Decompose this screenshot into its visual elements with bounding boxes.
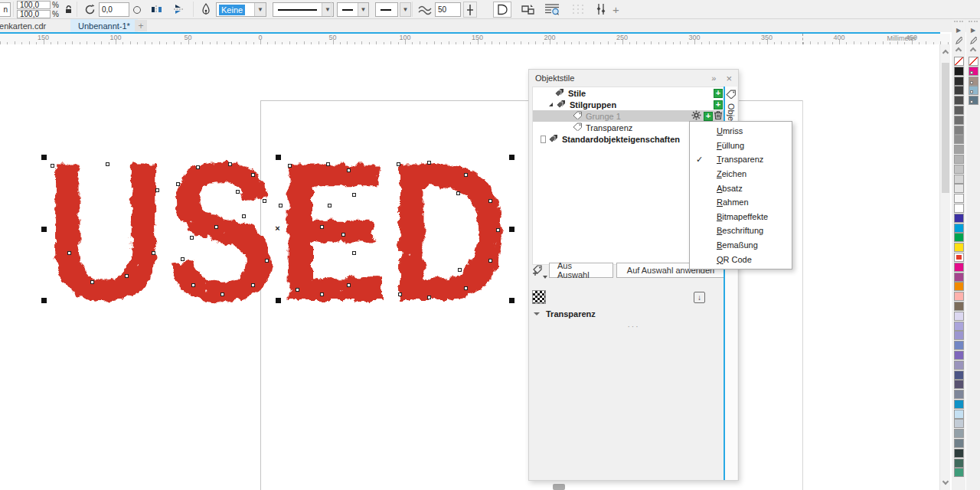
outline-width-combo[interactable]: Keine ▼: [216, 2, 266, 17]
curve-node[interactable]: [341, 233, 345, 237]
curve-node[interactable]: [352, 251, 356, 255]
selection-handle[interactable]: [41, 298, 47, 303]
selection-handle[interactable]: [41, 227, 47, 232]
palette-scroll-up[interactable]: [952, 46, 965, 55]
color-swatch[interactable]: [954, 243, 964, 252]
color-swatch[interactable]: [954, 429, 964, 438]
curve-node[interactable]: [347, 283, 351, 287]
mirror-horizontal-icon[interactable]: [150, 2, 164, 16]
docker-collapse-icon[interactable]: »: [711, 74, 715, 83]
new-style-from-selection-icon[interactable]: [532, 263, 544, 277]
scroll-down-button[interactable]: [943, 479, 948, 484]
color-swatch[interactable]: [954, 224, 964, 233]
color-swatch[interactable]: [954, 410, 964, 419]
swatch-children-indicator[interactable]: [970, 100, 973, 103]
object-properties-icon[interactable]: [591, 2, 611, 16]
color-swatch[interactable]: [954, 322, 964, 331]
aus-auswahl-button[interactable]: Aus Auswahl: [549, 263, 613, 278]
color-swatch[interactable]: [954, 233, 964, 242]
arrow-start-dropdown[interactable]: ▼: [358, 3, 368, 16]
expander-open-icon[interactable]: [547, 103, 554, 106]
curve-node[interactable]: [191, 283, 195, 287]
object-name-field[interactable]: n: [0, 2, 11, 17]
menu-item-bema-ung[interactable]: Bemaßung: [690, 238, 792, 253]
docker-splitter-handle[interactable]: ···: [529, 322, 738, 331]
color-swatch[interactable]: [954, 331, 964, 340]
palette-flyout-icon[interactable]: ▶: [966, 24, 980, 35]
curve-node[interactable]: [263, 199, 266, 203]
envelope-distort-icon[interactable]: [493, 2, 511, 18]
color-swatch[interactable]: [954, 468, 964, 477]
curve-node[interactable]: [152, 251, 155, 255]
curve-node[interactable]: [488, 199, 492, 203]
no-color-swatch[interactable]: [954, 57, 964, 66]
palette-scroll-up[interactable]: [966, 46, 980, 55]
color-swatch[interactable]: [954, 400, 964, 409]
swatch-children-indicator[interactable]: [970, 71, 973, 74]
curve-node[interactable]: [106, 162, 109, 166]
horizontal-ruler[interactable]: Millimeter 15010050050100150200250300350…: [0, 34, 950, 44]
menu-item-beschriftung[interactable]: Beschriftung: [690, 224, 792, 238]
transparency-preview-swatch[interactable]: [532, 290, 546, 304]
color-swatch[interactable]: [969, 67, 978, 76]
color-swatch[interactable]: [954, 106, 964, 115]
menu-item-umriss[interactable]: Umriss: [690, 124, 792, 139]
expander-closed-icon[interactable]: [539, 136, 547, 142]
color-swatch[interactable]: [954, 77, 964, 86]
color-swatch[interactable]: [954, 253, 964, 262]
curve-node[interactable]: [488, 259, 492, 263]
import-style-icon[interactable]: ↓: [694, 292, 705, 303]
curve-node[interactable]: [456, 191, 460, 195]
color-swatch[interactable]: [954, 204, 964, 213]
curve-node[interactable]: [228, 162, 232, 166]
eyedropper-icon[interactable]: [966, 35, 980, 46]
curve-node[interactable]: [320, 292, 324, 296]
mirror-vertical-icon[interactable]: [172, 2, 185, 16]
color-swatch[interactable]: [954, 67, 964, 76]
color-swatch[interactable]: [954, 302, 964, 311]
selection-handle[interactable]: [41, 155, 47, 160]
tab-tenkarten[interactable]: tenkarten.cdr: [0, 19, 54, 32]
color-swatch[interactable]: [954, 175, 964, 184]
curve-node[interactable]: [279, 204, 283, 207]
text-wrap-icon[interactable]: [542, 2, 562, 16]
color-swatch[interactable]: [954, 361, 964, 370]
curve-node[interactable]: [288, 164, 292, 168]
curve-node[interactable]: [236, 190, 240, 194]
eyedropper-icon[interactable]: [952, 35, 965, 46]
curve-node[interactable]: [458, 268, 462, 272]
menu-item-bitmapeffekte[interactable]: Bitmapeffekte: [690, 210, 792, 224]
line-style-combo[interactable]: ▼: [273, 2, 334, 17]
color-swatch[interactable]: [954, 263, 964, 272]
gear-icon[interactable]: [691, 110, 701, 122]
color-swatch[interactable]: [954, 390, 964, 399]
color-swatch[interactable]: [954, 380, 964, 389]
curve-node[interactable]: [296, 288, 299, 292]
color-swatch[interactable]: [954, 312, 964, 321]
curve-node[interactable]: [347, 168, 351, 172]
color-swatch[interactable]: [954, 419, 964, 428]
curve-node[interactable]: [242, 214, 246, 218]
curve-node[interactable]: [251, 173, 255, 177]
section-collapse-icon[interactable]: [534, 312, 540, 315]
menu-item-transparenz[interactable]: ✓Transparenz: [690, 152, 792, 167]
selection-handle[interactable]: [276, 155, 281, 160]
swatch-children-indicator[interactable]: [970, 81, 973, 84]
selection-handle[interactable]: [276, 298, 281, 303]
weld-shapes-icon[interactable]: [519, 2, 537, 16]
color-swatch[interactable]: [954, 155, 964, 164]
lock-ratio-icon[interactable]: [62, 3, 76, 17]
color-swatch[interactable]: [954, 126, 964, 135]
menu-item-rahmen[interactable]: Rahmen: [690, 195, 792, 210]
anchor-point-icon[interactable]: [130, 3, 144, 17]
curve-node[interactable]: [176, 182, 180, 186]
curve-node[interactable]: [328, 204, 332, 207]
vertical-scrollbar-thumb[interactable]: [942, 63, 949, 193]
color-swatch[interactable]: [954, 135, 964, 144]
outline-width-dropdown[interactable]: ▼: [254, 3, 266, 16]
curve-node[interactable]: [397, 162, 400, 166]
curve-node[interactable]: [196, 165, 200, 169]
trash-icon[interactable]: [714, 110, 723, 122]
curve-node[interactable]: [125, 274, 129, 278]
scroll-up-button[interactable]: [943, 51, 948, 55]
